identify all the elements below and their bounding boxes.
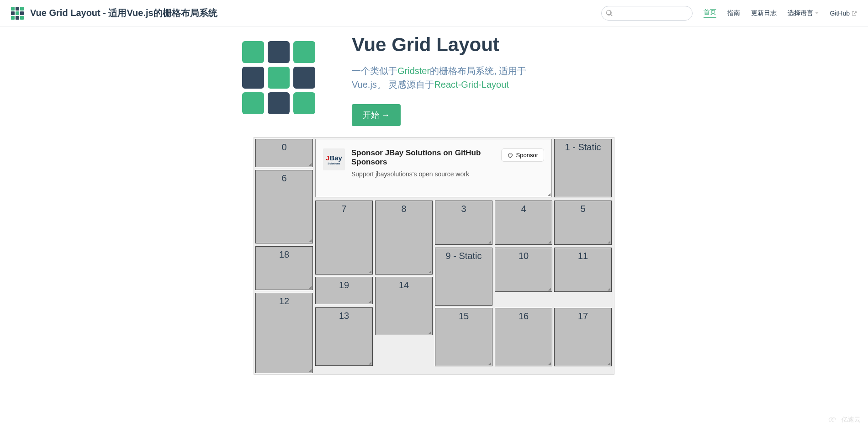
search-input[interactable] — [601, 6, 693, 21]
grid-item-label: 17 — [578, 311, 588, 321]
heart-icon — [507, 152, 513, 159]
grid-item-label: 0 — [281, 142, 286, 152]
grid-item-label: 15 — [459, 311, 469, 321]
nav-github-label: GitHub — [830, 10, 850, 17]
sponsor-title: Sponsor JBay Solutions on GitHub Sponsor… — [351, 148, 495, 167]
nav-language-label: 选择语言 — [788, 9, 813, 17]
grid-item-label: 5 — [580, 204, 585, 214]
grid-item-14[interactable]: 14 — [375, 277, 433, 335]
search-box — [601, 6, 693, 21]
grid-item-label: 9 - Static — [446, 251, 482, 261]
grid-item-11[interactable]: 11 — [554, 248, 612, 292]
hero-title: Vue Grid Layout — [352, 34, 653, 56]
grid-item-5[interactable]: 5 — [554, 201, 612, 245]
sponsor-logo: JBay Solutions — [323, 148, 345, 170]
nav-guide[interactable]: 指南 — [727, 9, 740, 17]
search-icon — [606, 10, 613, 17]
grid-item-label: 1 - Static — [565, 142, 601, 152]
chevron-down-icon — [815, 12, 819, 14]
grid-item-label: 7 — [341, 204, 346, 214]
hero-desc-prefix: 一个类似于 — [352, 66, 397, 76]
grid-item-1[interactable]: 1 - Static — [554, 139, 612, 197]
sponsor-logo-bay: Bay — [329, 154, 342, 162]
grid-item-label: 18 — [279, 249, 289, 259]
sponsor-button[interactable]: Sponsor — [501, 148, 544, 162]
grid-item-6[interactable]: 6 — [255, 170, 313, 243]
hero-link-gridster[interactable]: Gridster — [397, 66, 430, 76]
grid-item-19[interactable]: 19 — [315, 277, 373, 304]
nav-changelog[interactable]: 更新日志 — [751, 9, 777, 17]
hero-content: Vue Grid Layout 一个类似于Gridster的栅格布局系统, 适用… — [352, 30, 653, 126]
nav-home[interactable]: 首页 — [704, 8, 716, 18]
hero: Vue Grid Layout 一个类似于Gridster的栅格布局系统, 适用… — [215, 26, 653, 126]
grid-item-label: 13 — [339, 311, 349, 321]
grid-item-18[interactable]: 18 — [255, 246, 313, 290]
hero-link-react-grid[interactable]: React-Grid-Layout — [434, 79, 508, 90]
grid-item-16[interactable]: 16 — [495, 308, 552, 366]
grid-item-label: 11 — [578, 251, 588, 261]
start-button[interactable]: 开始 → — [352, 104, 401, 126]
logo-big-icon — [242, 41, 315, 114]
grid-item-15[interactable]: 15 — [435, 308, 492, 366]
sponsor-text: Sponsor JBay Solutions on GitHub Sponsor… — [351, 148, 495, 178]
grid-item-10[interactable]: 10 — [495, 248, 552, 292]
nav-language[interactable]: 选择语言 — [788, 9, 819, 17]
grid-item-label: 10 — [519, 251, 529, 261]
logo-mini-icon — [11, 7, 24, 20]
grid-item-4[interactable]: 4 — [495, 201, 552, 245]
hero-description: 一个类似于Gridster的栅格布局系统, 适用于Vue.js。 灵感源自于Re… — [352, 64, 553, 91]
grid-item-label: 12 — [279, 296, 289, 306]
sponsor-subtitle: Support jbaysolutions's open source work — [351, 170, 495, 178]
grid-item-3[interactable]: 3 — [435, 201, 492, 245]
nav-github[interactable]: GitHub — [830, 10, 857, 17]
grid-item-12[interactable]: 12 — [255, 293, 313, 373]
sponsor-card[interactable]: JBay Solutions Sponsor JBay Solutions on… — [315, 139, 552, 197]
grid-item-7[interactable]: 7 — [315, 201, 373, 275]
navbar-right: 首页 指南 更新日志 选择语言 GitHub — [601, 6, 857, 21]
grid-item-label: 19 — [339, 280, 349, 290]
sponsor-button-label: Sponsor — [516, 152, 538, 159]
grid-item-label: 16 — [519, 311, 529, 321]
grid-item-9[interactable]: 9 - Static — [435, 248, 492, 306]
grid-item-label: 3 — [461, 204, 466, 214]
grid-item-label: 14 — [399, 280, 409, 290]
grid-item-8[interactable]: 8 — [375, 201, 433, 275]
navbar-left: Vue Grid Layout - 适用Vue.js的栅格布局系统 — [11, 7, 217, 20]
grid-item-0[interactable]: 0 — [255, 139, 313, 167]
grid-item-label: 8 — [401, 204, 406, 214]
sponsor-logo-solutions: Solutions — [328, 162, 340, 165]
grid-item-label: 6 — [281, 173, 286, 183]
nav-links: 首页 指南 更新日志 选择语言 GitHub — [704, 8, 857, 18]
site-title: Vue Grid Layout - 适用Vue.js的栅格布局系统 — [30, 7, 217, 19]
external-link-icon — [852, 11, 857, 16]
grid-item-13[interactable]: 13 — [315, 307, 373, 366]
grid-demo: JBay Solutions Sponsor JBay Solutions on… — [254, 137, 614, 375]
grid-item-label: 4 — [521, 204, 526, 214]
navbar: Vue Grid Layout - 适用Vue.js的栅格布局系统 首页 指南 … — [0, 0, 868, 26]
grid-item-17[interactable]: 17 — [554, 308, 612, 366]
